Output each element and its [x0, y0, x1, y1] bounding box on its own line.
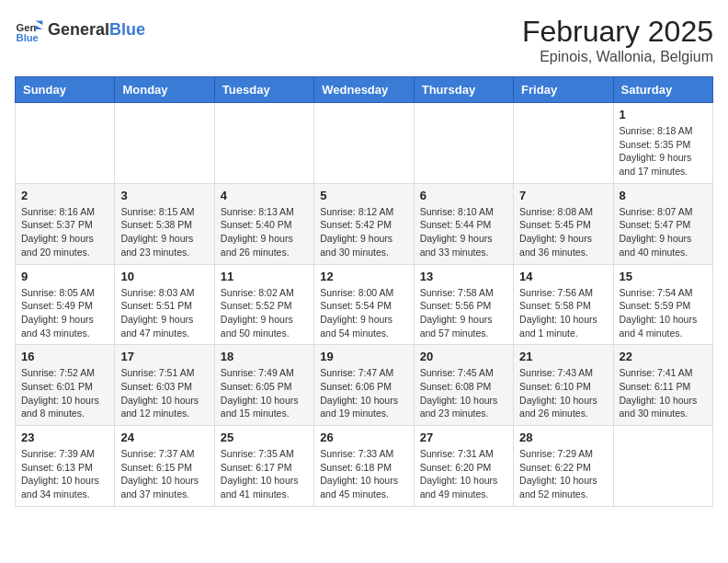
day-number: 4 [221, 189, 308, 202]
calendar-cell: 2Sunrise: 8:16 AM Sunset: 5:37 PM Daylig… [16, 183, 115, 264]
header-tuesday: Tuesday [214, 77, 313, 103]
day-detail: Sunrise: 8:00 AM Sunset: 5:54 PM Dayligh… [320, 286, 407, 340]
calendar-cell: 6Sunrise: 8:10 AM Sunset: 5:44 PM Daylig… [414, 183, 513, 264]
calendar-cell: 10Sunrise: 8:03 AM Sunset: 5:51 PM Dayli… [115, 264, 214, 345]
calendar-cell [314, 103, 414, 184]
day-detail: Sunrise: 7:41 AM Sunset: 6:11 PM Dayligh… [620, 366, 707, 420]
day-number: 3 [120, 189, 208, 202]
calendar-cell [16, 103, 115, 184]
day-number: 20 [420, 350, 507, 363]
header-thursday: Thursday [414, 77, 513, 103]
day-detail: Sunrise: 7:49 AM Sunset: 6:05 PM Dayligh… [221, 366, 308, 420]
calendar-cell: 28Sunrise: 7:29 AM Sunset: 6:22 PM Dayli… [514, 426, 613, 507]
calendar-week-5: 23Sunrise: 7:39 AM Sunset: 6:13 PM Dayli… [16, 426, 713, 507]
day-number: 11 [221, 270, 308, 283]
header: Gen Blue GeneralBlue February 2025 Epino… [15, 15, 713, 65]
calendar-cell: 4Sunrise: 8:13 AM Sunset: 5:40 PM Daylig… [214, 183, 313, 264]
day-number: 2 [21, 189, 108, 202]
calendar-cell: 16Sunrise: 7:52 AM Sunset: 6:01 PM Dayli… [16, 345, 115, 426]
day-detail: Sunrise: 7:54 AM Sunset: 5:59 PM Dayligh… [620, 286, 707, 340]
day-detail: Sunrise: 7:33 AM Sunset: 6:18 PM Dayligh… [320, 447, 407, 501]
day-number: 18 [221, 350, 308, 363]
day-number: 23 [21, 431, 108, 444]
day-number: 27 [420, 431, 507, 444]
day-number: 25 [221, 431, 308, 444]
calendar-week-1: 1Sunrise: 8:18 AM Sunset: 5:35 PM Daylig… [16, 103, 713, 184]
day-detail: Sunrise: 7:47 AM Sunset: 6:06 PM Dayligh… [320, 366, 407, 420]
day-number: 16 [21, 350, 108, 363]
day-number: 7 [519, 189, 607, 202]
calendar-cell: 9Sunrise: 8:05 AM Sunset: 5:49 PM Daylig… [16, 264, 115, 345]
header-friday: Friday [514, 77, 613, 103]
calendar-week-3: 9Sunrise: 8:05 AM Sunset: 5:49 PM Daylig… [16, 264, 713, 345]
calendar-cell: 18Sunrise: 7:49 AM Sunset: 6:05 PM Dayli… [214, 345, 313, 426]
day-number: 21 [519, 350, 607, 363]
calendar-cell [115, 103, 214, 184]
title-area: February 2025 Epinois, Wallonia, Belgium [522, 15, 713, 65]
day-number: 26 [320, 431, 407, 444]
calendar-cell: 21Sunrise: 7:43 AM Sunset: 6:10 PM Dayli… [514, 345, 613, 426]
day-detail: Sunrise: 8:16 AM Sunset: 5:37 PM Dayligh… [21, 205, 108, 259]
day-number: 12 [320, 270, 407, 283]
day-number: 15 [620, 270, 707, 283]
day-detail: Sunrise: 7:37 AM Sunset: 6:15 PM Dayligh… [120, 447, 208, 501]
day-detail: Sunrise: 7:43 AM Sunset: 6:10 PM Dayligh… [519, 366, 607, 420]
day-detail: Sunrise: 8:18 AM Sunset: 5:35 PM Dayligh… [620, 124, 707, 178]
calendar-header-row: Sunday Monday Tuesday Wednesday Thursday… [16, 77, 713, 103]
day-detail: Sunrise: 8:02 AM Sunset: 5:52 PM Dayligh… [221, 286, 308, 340]
svg-marker-2 [35, 20, 42, 25]
calendar-cell [514, 103, 613, 184]
day-detail: Sunrise: 7:56 AM Sunset: 5:58 PM Dayligh… [519, 286, 607, 340]
day-number: 5 [320, 189, 407, 202]
day-number: 9 [21, 270, 108, 283]
day-number: 24 [120, 431, 208, 444]
day-detail: Sunrise: 8:03 AM Sunset: 5:51 PM Dayligh… [120, 286, 208, 340]
calendar-cell: 27Sunrise: 7:31 AM Sunset: 6:20 PM Dayli… [414, 426, 513, 507]
logo: Gen Blue GeneralBlue [15, 15, 145, 44]
day-detail: Sunrise: 8:08 AM Sunset: 5:45 PM Dayligh… [519, 205, 607, 259]
svg-text:Gen: Gen [17, 22, 37, 33]
day-detail: Sunrise: 7:51 AM Sunset: 6:03 PM Dayligh… [120, 366, 208, 420]
day-detail: Sunrise: 7:31 AM Sunset: 6:20 PM Dayligh… [420, 447, 507, 501]
calendar-cell: 12Sunrise: 8:00 AM Sunset: 5:54 PM Dayli… [314, 264, 414, 345]
calendar-cell: 8Sunrise: 8:07 AM Sunset: 5:47 PM Daylig… [613, 183, 712, 264]
calendar-cell: 24Sunrise: 7:37 AM Sunset: 6:15 PM Dayli… [115, 426, 214, 507]
day-number: 1 [620, 108, 707, 121]
header-wednesday: Wednesday [314, 77, 414, 103]
day-number: 19 [320, 350, 407, 363]
day-detail: Sunrise: 8:10 AM Sunset: 5:44 PM Dayligh… [420, 205, 507, 259]
calendar-cell: 19Sunrise: 7:47 AM Sunset: 6:06 PM Dayli… [314, 345, 414, 426]
day-number: 17 [120, 350, 208, 363]
day-detail: Sunrise: 7:58 AM Sunset: 5:56 PM Dayligh… [420, 286, 507, 340]
day-number: 28 [519, 431, 607, 444]
calendar-cell: 25Sunrise: 7:35 AM Sunset: 6:17 PM Dayli… [214, 426, 313, 507]
day-number: 13 [420, 270, 507, 283]
calendar-cell: 23Sunrise: 7:39 AM Sunset: 6:13 PM Dayli… [16, 426, 115, 507]
calendar-cell: 7Sunrise: 8:08 AM Sunset: 5:45 PM Daylig… [514, 183, 613, 264]
calendar-cell: 22Sunrise: 7:41 AM Sunset: 6:11 PM Dayli… [613, 345, 712, 426]
calendar-cell [414, 103, 513, 184]
calendar-week-2: 2Sunrise: 8:16 AM Sunset: 5:37 PM Daylig… [16, 183, 713, 264]
day-number: 22 [620, 350, 707, 363]
calendar-cell: 26Sunrise: 7:33 AM Sunset: 6:18 PM Dayli… [314, 426, 414, 507]
day-detail: Sunrise: 7:39 AM Sunset: 6:13 PM Dayligh… [21, 447, 108, 501]
calendar-cell: 1Sunrise: 8:18 AM Sunset: 5:35 PM Daylig… [613, 103, 712, 184]
calendar-cell [214, 103, 313, 184]
calendar-title: February 2025 [522, 15, 713, 49]
calendar-cell: 15Sunrise: 7:54 AM Sunset: 5:59 PM Dayli… [613, 264, 712, 345]
calendar-cell: 5Sunrise: 8:12 AM Sunset: 5:42 PM Daylig… [314, 183, 414, 264]
svg-marker-3 [35, 25, 42, 29]
day-number: 10 [120, 270, 208, 283]
day-detail: Sunrise: 8:13 AM Sunset: 5:40 PM Dayligh… [221, 205, 308, 259]
calendar-cell: 17Sunrise: 7:51 AM Sunset: 6:03 PM Dayli… [115, 345, 214, 426]
day-detail: Sunrise: 7:29 AM Sunset: 6:22 PM Dayligh… [519, 447, 607, 501]
calendar-subtitle: Epinois, Wallonia, Belgium [522, 49, 713, 65]
day-detail: Sunrise: 7:52 AM Sunset: 6:01 PM Dayligh… [21, 366, 108, 420]
day-detail: Sunrise: 8:12 AM Sunset: 5:42 PM Dayligh… [320, 205, 407, 259]
calendar-table: Sunday Monday Tuesday Wednesday Thursday… [15, 76, 713, 507]
day-number: 8 [620, 189, 707, 202]
day-detail: Sunrise: 7:45 AM Sunset: 6:08 PM Dayligh… [420, 366, 507, 420]
logo-general: General [48, 20, 109, 39]
svg-text:Blue: Blue [17, 32, 39, 43]
day-number: 14 [519, 270, 607, 283]
